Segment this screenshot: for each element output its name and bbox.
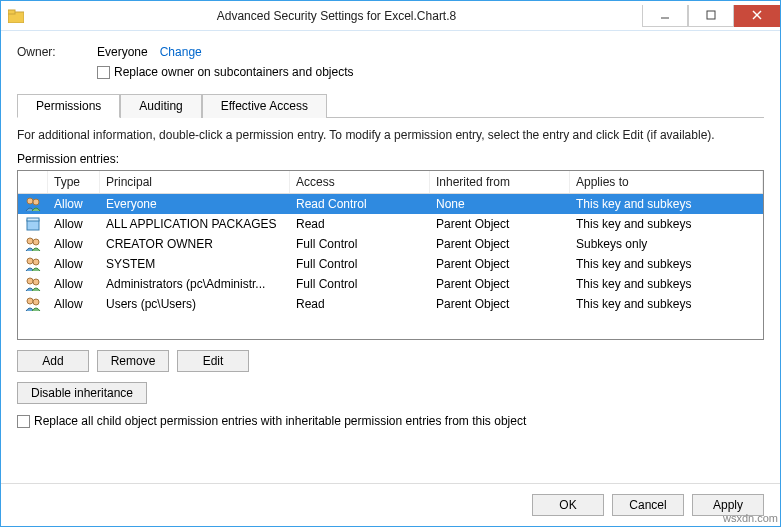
info-text: For additional information, double-click… — [17, 128, 764, 142]
cell-type: Allow — [48, 216, 100, 232]
tab-permissions[interactable]: Permissions — [17, 94, 120, 118]
window-controls — [642, 5, 780, 27]
cell-access: Full Control — [290, 276, 430, 292]
entry-buttons: Add Remove Edit — [17, 350, 764, 372]
col-applies[interactable]: Applies to — [570, 171, 763, 193]
replace-children-label: Replace all child object permission entr… — [34, 414, 526, 428]
svg-point-17 — [33, 299, 39, 305]
table-row[interactable]: AllowUsers (pc\Users)ReadParent ObjectTh… — [18, 294, 763, 314]
svg-rect-9 — [27, 218, 39, 221]
table-body: AllowEveryoneRead ControlNoneThis key an… — [18, 194, 763, 314]
tab-auditing[interactable]: Auditing — [120, 94, 201, 118]
cell-access: Read — [290, 296, 430, 312]
replace-owner-checkbox[interactable] — [97, 66, 110, 79]
folder-icon — [1, 9, 31, 23]
cell-inherited: Parent Object — [430, 216, 570, 232]
cell-type: Allow — [48, 256, 100, 272]
replace-children-checkbox[interactable] — [17, 415, 30, 428]
cell-inherited: Parent Object — [430, 236, 570, 252]
users-icon — [18, 255, 48, 273]
users-icon — [18, 235, 48, 253]
edit-button[interactable]: Edit — [177, 350, 249, 372]
svg-rect-1 — [8, 10, 15, 14]
cell-principal: CREATOR OWNER — [100, 236, 290, 252]
cell-applies: This key and subkeys — [570, 196, 763, 212]
cancel-button[interactable]: Cancel — [612, 494, 684, 516]
table-row[interactable]: AllowEveryoneRead ControlNoneThis key an… — [18, 194, 763, 214]
svg-point-12 — [27, 258, 33, 264]
svg-point-15 — [33, 279, 39, 285]
users-icon — [18, 295, 48, 313]
users-icon — [18, 215, 48, 233]
table-header: Type Principal Access Inherited from App… — [18, 171, 763, 194]
col-inherited[interactable]: Inherited from — [430, 171, 570, 193]
add-button[interactable]: Add — [17, 350, 89, 372]
titlebar: Advanced Security Settings for Excel.Cha… — [1, 1, 780, 31]
window-title: Advanced Security Settings for Excel.Cha… — [31, 9, 642, 23]
dialog-buttons: OK Cancel Apply — [1, 484, 780, 526]
table-row[interactable]: AllowCREATOR OWNERFull ControlParent Obj… — [18, 234, 763, 254]
svg-point-14 — [27, 278, 33, 284]
cell-applies: This key and subkeys — [570, 216, 763, 232]
cell-inherited: Parent Object — [430, 296, 570, 312]
ok-button[interactable]: OK — [532, 494, 604, 516]
cell-applies: This key and subkeys — [570, 276, 763, 292]
svg-point-6 — [27, 198, 33, 204]
cell-access: Full Control — [290, 236, 430, 252]
replace-owner-row: Replace owner on subcontainers and objec… — [97, 65, 764, 79]
svg-point-11 — [33, 239, 39, 245]
maximize-button[interactable] — [688, 5, 734, 27]
window-frame: Advanced Security Settings for Excel.Cha… — [0, 0, 781, 527]
cell-access: Read Control — [290, 196, 430, 212]
minimize-button[interactable] — [642, 5, 688, 27]
col-type[interactable]: Type — [48, 171, 100, 193]
remove-button[interactable]: Remove — [97, 350, 169, 372]
owner-value: Everyone — [97, 45, 148, 59]
cell-inherited: Parent Object — [430, 276, 570, 292]
table-row[interactable]: AllowSYSTEMFull ControlParent ObjectThis… — [18, 254, 763, 274]
cell-type: Allow — [48, 296, 100, 312]
cell-type: Allow — [48, 236, 100, 252]
permission-table: Type Principal Access Inherited from App… — [17, 170, 764, 340]
users-icon — [18, 195, 48, 213]
svg-point-16 — [27, 298, 33, 304]
cell-principal: SYSTEM — [100, 256, 290, 272]
svg-point-13 — [33, 259, 39, 265]
watermark: wsxdn.com — [723, 512, 778, 524]
cell-type: Allow — [48, 276, 100, 292]
change-owner-link[interactable]: Change — [160, 45, 202, 59]
close-button[interactable] — [734, 5, 780, 27]
table-row[interactable]: AllowAdministrators (pc\Administr...Full… — [18, 274, 763, 294]
replace-children-row: Replace all child object permission entr… — [17, 414, 764, 428]
svg-point-7 — [33, 199, 39, 205]
cell-applies: This key and subkeys — [570, 296, 763, 312]
cell-access: Read — [290, 216, 430, 232]
cell-principal: Everyone — [100, 196, 290, 212]
col-access[interactable]: Access — [290, 171, 430, 193]
owner-label: Owner: — [17, 45, 97, 59]
content-area: Owner: Everyone Change Replace owner on … — [1, 31, 780, 469]
cell-access: Full Control — [290, 256, 430, 272]
disable-inheritance-button[interactable]: Disable inheritance — [17, 382, 147, 404]
cell-principal: Users (pc\Users) — [100, 296, 290, 312]
cell-inherited: None — [430, 196, 570, 212]
cell-type: Allow — [48, 196, 100, 212]
col-icon[interactable] — [18, 171, 48, 193]
table-row[interactable]: AllowALL APPLICATION PACKAGESReadParent … — [18, 214, 763, 234]
svg-point-10 — [27, 238, 33, 244]
col-principal[interactable]: Principal — [100, 171, 290, 193]
tab-bar: Permissions Auditing Effective Access — [17, 93, 764, 118]
cell-principal: Administrators (pc\Administr... — [100, 276, 290, 292]
users-icon — [18, 275, 48, 293]
cell-applies: Subkeys only — [570, 236, 763, 252]
svg-rect-3 — [707, 11, 715, 19]
entries-label: Permission entries: — [17, 152, 764, 166]
tab-effective-access[interactable]: Effective Access — [202, 94, 327, 118]
cell-inherited: Parent Object — [430, 256, 570, 272]
cell-applies: This key and subkeys — [570, 256, 763, 272]
owner-row: Owner: Everyone Change — [17, 45, 764, 59]
cell-principal: ALL APPLICATION PACKAGES — [100, 216, 290, 232]
replace-owner-label: Replace owner on subcontainers and objec… — [114, 65, 353, 79]
